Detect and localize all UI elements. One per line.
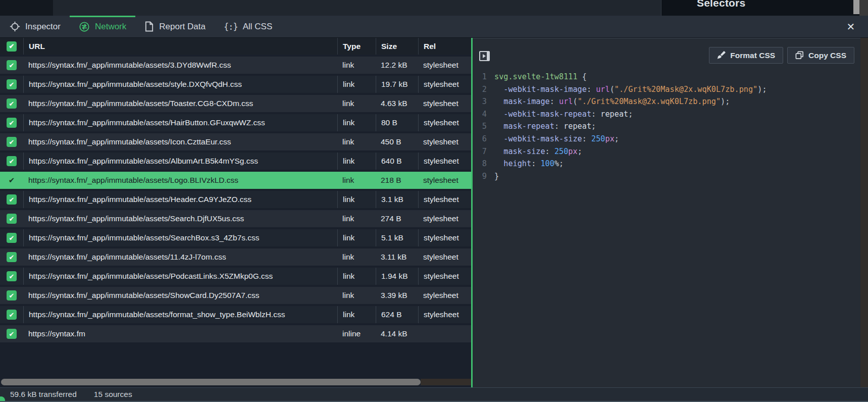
tab-network[interactable]: Network — [70, 16, 135, 37]
copy-css-button[interactable]: Copy CSS — [787, 47, 854, 64]
row-checkbox-cell[interactable]: ✔ — [0, 133, 23, 150]
devtools-panel: Inspector Network — [0, 16, 868, 402]
line-number: 8 — [473, 158, 487, 170]
row-checkbox[interactable]: ✔ — [7, 79, 17, 89]
column-header-rel[interactable]: Rel — [418, 38, 471, 55]
table-row[interactable]: ✔https://syntax.fm/_app/immutable/assets… — [0, 306, 471, 323]
row-checkbox[interactable]: ✔ — [7, 252, 17, 262]
row-checkbox-cell[interactable]: ✔ — [0, 248, 23, 266]
table-row[interactable]: ✔https://syntax.fm/_app/immutable/assets… — [0, 114, 471, 131]
row-checkbox[interactable]: ✔ — [7, 137, 17, 147]
table-row[interactable]: ✔https://syntax.fm/_app/immutable/assets… — [0, 287, 471, 304]
row-size: 3.39 kB — [376, 287, 418, 304]
select-all-checkbox-cell[interactable]: ✔ — [0, 38, 23, 55]
code-line: 9} — [473, 170, 860, 183]
row-rel: stylesheet — [418, 76, 471, 93]
row-checkbox[interactable]: ✔ — [7, 156, 17, 166]
row-size: 218 B — [376, 172, 418, 189]
copy-icon — [795, 51, 804, 60]
vertical-scrollbar-track[interactable] — [860, 38, 868, 387]
code-line: 4 -webkit-mask-repeat: repeat; — [473, 108, 860, 121]
row-checkbox[interactable]: ✔ — [7, 290, 17, 300]
line-number: 9 — [473, 170, 487, 183]
paintbrush-icon — [717, 51, 726, 60]
row-checkbox-cell[interactable]: ✔ — [0, 268, 23, 285]
row-checkbox-cell[interactable]: ✔ — [0, 210, 23, 227]
row-checkbox-cell[interactable]: ✔ — [0, 57, 23, 74]
row-checkbox-cell[interactable]: ✔ — [0, 287, 23, 304]
row-url: https://syntax.fm/_app/immutable/assets/… — [23, 306, 337, 323]
table-row[interactable]: ✔https://syntax.fm/_app/immutable/assets… — [0, 172, 471, 189]
horizontal-scrollbar[interactable] — [0, 378, 471, 386]
row-type: link — [337, 306, 376, 323]
row-checkbox[interactable]: ✔ — [7, 118, 17, 128]
horizontal-scrollbar-track[interactable] — [421, 379, 471, 385]
row-url: https://syntax.fm/_app/immutable/assets/… — [23, 76, 337, 93]
column-header-url[interactable]: URL — [23, 38, 337, 55]
table-row[interactable]: ✔https://syntax.fm/_app/immutable/assets… — [0, 229, 471, 246]
row-checkbox[interactable]: ✔ — [7, 310, 17, 320]
row-checkbox-cell[interactable]: ✔ — [0, 306, 23, 323]
row-checkbox[interactable]: ✔ — [7, 60, 17, 70]
tab-all-css[interactable]: {:} All CSS — [215, 16, 281, 37]
horizontal-scrollbar-thumb[interactable] — [1, 379, 421, 385]
css-code-editor[interactable]: 1svg.svelte-1tw8111 {2 -webkit-mask-imag… — [473, 67, 860, 387]
row-checkbox[interactable]: ✔ — [7, 329, 17, 339]
row-url: https://syntax.fm/_app/immutable/assets/… — [23, 248, 337, 266]
row-rel: stylesheet — [418, 95, 471, 112]
row-size: 1.94 kB — [376, 268, 418, 285]
column-header-type[interactable]: Type — [337, 38, 376, 55]
row-checkbox[interactable]: ✔ — [7, 98, 17, 109]
table-row[interactable]: ✔https://syntax.fm/_app/immutable/assets… — [0, 57, 471, 74]
row-checkbox-cell[interactable]: ✔ — [0, 76, 23, 93]
table-row[interactable]: ✔https://syntax.fm/_app/immutable/assets… — [0, 191, 471, 208]
row-type: link — [337, 114, 376, 131]
table-row[interactable]: ✔https://syntax.fm/_app/immutable/assets… — [0, 133, 471, 150]
page-scrollbar-track[interactable] — [859, 0, 868, 16]
column-header-size[interactable]: Size — [376, 38, 418, 55]
table-header-row: ✔ URL Type Size Rel — [0, 38, 471, 55]
row-checkbox-cell[interactable]: ✔ — [0, 95, 23, 112]
row-checkbox-cell[interactable]: ✔ — [0, 229, 23, 246]
row-size: 4.14 kB — [376, 325, 418, 342]
table-row[interactable]: ✔https://syntax.fm/_app/immutable/assets… — [0, 153, 471, 170]
row-checkbox[interactable]: ✔ — [7, 194, 17, 205]
row-size: 80 B — [376, 114, 418, 131]
tab-inspector[interactable]: Inspector — [1, 16, 70, 37]
row-rel — [418, 325, 471, 342]
code-line: 8 height: 100%; — [473, 158, 860, 170]
line-number: 6 — [473, 133, 487, 145]
close-icon[interactable]: ✕ — [845, 21, 857, 33]
format-css-button[interactable]: Format CSS — [709, 47, 783, 64]
line-number: 7 — [473, 145, 487, 158]
row-rel: stylesheet — [418, 268, 471, 285]
row-checkbox[interactable]: ✔ — [7, 175, 17, 185]
row-checkbox-cell[interactable]: ✔ — [0, 172, 23, 189]
row-type: link — [337, 95, 376, 112]
row-rel: stylesheet — [418, 57, 471, 74]
table-row[interactable]: ✔https://syntax.fminline4.14 kB — [0, 325, 471, 342]
row-checkbox[interactable]: ✔ — [7, 271, 17, 281]
row-checkbox-cell[interactable]: ✔ — [0, 153, 23, 170]
table-row[interactable]: ✔https://syntax.fm/_app/immutable/assets… — [0, 76, 471, 93]
tab-label: Report Data — [159, 22, 206, 32]
table-row[interactable]: ✔https://syntax.fm/_app/immutable/assets… — [0, 210, 471, 227]
network-table: ✔ URL Type Size Rel ✔https://syntax.fm/_… — [0, 38, 471, 344]
row-checkbox[interactable]: ✔ — [7, 214, 17, 224]
row-url: https://syntax.fm/_app/immutable/assets/… — [23, 57, 337, 74]
table-row[interactable]: ✔https://syntax.fm/_app/immutable/assets… — [0, 95, 471, 112]
row-size: 640 B — [376, 153, 418, 170]
tab-label: All CSS — [243, 22, 273, 32]
page-scrollbar-thumb[interactable] — [853, 0, 859, 14]
table-row[interactable]: ✔https://syntax.fm/_app/immutable/assets… — [0, 268, 471, 285]
row-checkbox-cell[interactable]: ✔ — [0, 114, 23, 131]
row-checkbox[interactable]: ✔ — [7, 233, 17, 243]
table-row[interactable]: ✔https://syntax.fm/_app/immutable/assets… — [0, 248, 471, 266]
select-all-checkbox[interactable]: ✔ — [7, 41, 17, 52]
active-tab-underline — [70, 16, 135, 17]
tab-report-data[interactable]: Report Data — [135, 16, 215, 37]
sidebar-toggle-icon[interactable] — [479, 51, 490, 61]
row-size: 624 B — [376, 306, 418, 323]
row-checkbox-cell[interactable]: ✔ — [0, 325, 23, 342]
row-checkbox-cell[interactable]: ✔ — [0, 191, 23, 208]
